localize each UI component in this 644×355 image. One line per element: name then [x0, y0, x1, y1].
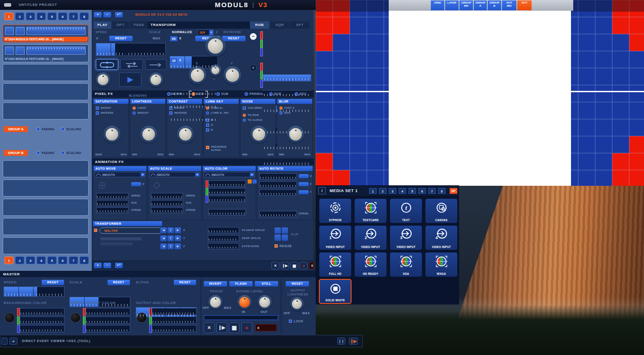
sound-out-knob[interactable]	[259, 297, 270, 308]
transformer-enable-checkbox[interactable]	[94, 229, 97, 232]
fx-option-checkbox-box[interactable]	[279, 111, 283, 115]
layer-tab-2[interactable]: 2	[15, 13, 24, 20]
add-event-button[interactable]: +	[9, 338, 17, 345]
layer-tab-5[interactable]: 5	[47, 13, 56, 20]
fx-option-checkbox-luma-k--inv[interactable]	[206, 111, 209, 115]
speed-slider[interactable]	[96, 43, 166, 56]
anim-color-chip-orange[interactable]	[248, 180, 252, 184]
step-center-button-x[interactable]: ❙	[167, 227, 174, 233]
group-b-fading-checkbox[interactable]	[37, 151, 40, 154]
layer-tab-7[interactable]: 7	[69, 13, 78, 20]
tab-sqr[interactable]: SQR	[270, 21, 289, 29]
layer-add-button[interactable]: +	[94, 263, 102, 268]
anim-color-chip-blue[interactable]	[253, 180, 257, 184]
transformer-preset-dropdown[interactable]: WALTER	[99, 227, 162, 234]
scale-slider[interactable]	[170, 56, 218, 68]
rotate-slider-z[interactable]	[259, 181, 297, 188]
media-tile-syphon[interactable]: SYPHON	[319, 198, 352, 223]
invert-button[interactable]: INVERT	[204, 281, 227, 287]
fx-option-checkbox-to-rgb[interactable]	[243, 114, 246, 117]
rotate-axis-button-y[interactable]	[299, 190, 309, 194]
blend-mode-premul-radio[interactable]	[245, 92, 248, 96]
preview-button-group-a[interactable]: GROUPA	[474, 0, 487, 10]
layer-record-button[interactable]: ●	[300, 262, 308, 269]
group-a-chip[interactable]: GROUP A	[4, 126, 28, 132]
master-grid-button[interactable]: ▦	[229, 322, 240, 333]
rotate-slider-strob[interactable]	[259, 211, 297, 217]
rotate-axis-button-z[interactable]	[299, 182, 309, 186]
x-position-knob[interactable]	[191, 68, 204, 82]
media-set-tab-7[interactable]: 7	[428, 188, 436, 194]
output-lightness-reset-button[interactable]: RESET	[286, 281, 309, 287]
layer-tab-8[interactable]: 8	[80, 13, 89, 20]
layer-grid-button[interactable]: ▦	[290, 262, 298, 269]
layer-tab-2[interactable]: 2	[15, 257, 24, 264]
media-set-tab-3[interactable]: 3	[389, 188, 396, 194]
master-scale-reset-button[interactable]: RESET	[107, 280, 130, 285]
anim-slider-speed[interactable]	[96, 193, 129, 199]
still-button[interactable]: STILL	[255, 281, 278, 287]
rotate-slider-x[interactable]	[259, 173, 297, 180]
media-set-tab-6[interactable]: 6	[418, 188, 426, 194]
layer-tab-1[interactable]: 1	[4, 257, 13, 264]
fx-knob-contrast[interactable]	[179, 128, 192, 141]
layer-add-special-button[interactable]: +⁺	[115, 263, 123, 268]
tab-play[interactable]: PLAY	[94, 21, 111, 29]
fx-knob-saturation[interactable]	[106, 128, 118, 141]
color-channel-slider[interactable]	[20, 325, 64, 332]
anim-curve-dropdown[interactable]: SMOOTH▾	[204, 172, 255, 177]
media-tile-canvas[interactable]: CANVAS	[425, 198, 458, 223]
layer-tab-6[interactable]: 6	[58, 257, 67, 264]
blend-mode-sub-radio[interactable]	[216, 92, 220, 96]
fx-option-checkbox-inverse[interactable]	[169, 111, 172, 115]
flip-cell-button[interactable]	[275, 235, 281, 241]
media-tile-hd-ready[interactable]: HD READY	[354, 252, 387, 277]
layer-tab-8[interactable]: 8	[80, 257, 89, 264]
media-tile-testcard[interactable]: TESTCARD	[354, 198, 387, 223]
layer-slot-empty[interactable]	[3, 83, 89, 100]
layer-slot-empty[interactable]	[3, 218, 89, 235]
layer-slot-empty[interactable]	[3, 103, 89, 120]
move-axis-toggle[interactable]	[131, 182, 141, 186]
color-channel-slider[interactable]	[152, 325, 197, 332]
group-a-scaling-checkbox[interactable]	[61, 128, 64, 131]
anim-curve-dropdown[interactable]: SMOOTH▾	[94, 172, 146, 177]
color-channel-slider[interactable]	[86, 325, 130, 332]
event-play-button[interactable]: ❙▶	[349, 338, 358, 345]
preview-button-out-mix[interactable]: OUTMIX	[502, 0, 516, 10]
layer-slot[interactable]: N°1032 MODUL8-TESTCARD-16... [IMAGE]	[3, 44, 89, 62]
collapse-button[interactable]	[1, 338, 8, 345]
layer-tab-5[interactable]: 5	[47, 257, 56, 264]
anim-curve-dropdown[interactable]: SMOOTH▾	[149, 172, 200, 177]
transformer-slider-deep-space[interactable]	[208, 235, 239, 241]
layer-tab-3[interactable]: 3	[26, 13, 35, 20]
layer-slot[interactable]: N°1024 MODUL8-TESTCARD-10... [IMAGE]	[3, 25, 89, 43]
layer-clear-button[interactable]: ×	[271, 262, 279, 269]
master-record-button[interactable]: ●	[241, 322, 252, 333]
anim-slider-sus[interactable]	[96, 200, 129, 206]
group-a-fading-checkbox[interactable]	[37, 128, 40, 131]
preview-button-group-inv[interactable]: GROUPINV	[459, 0, 473, 10]
fx-knob-blur[interactable]	[289, 128, 302, 141]
color-swatch-circle[interactable]	[4, 312, 15, 323]
anim-color-slider[interactable]	[208, 188, 246, 194]
layer-slot-empty[interactable]	[3, 160, 89, 177]
media-set-tab-8[interactable]: 8	[438, 188, 446, 194]
media-info-button[interactable]: i	[318, 187, 326, 194]
add-special-button[interactable]: +⁺	[115, 12, 123, 17]
rgb-slider[interactable]	[263, 74, 311, 81]
master-speed-reset-button[interactable]: RESET	[42, 280, 64, 285]
color-channel-slider[interactable]	[86, 317, 130, 324]
fx-option-checkbox-to-alpha[interactable]	[243, 119, 246, 122]
step-back-button-z[interactable]: ◀	[160, 244, 167, 249]
resize-checkbox[interactable]	[275, 244, 278, 248]
flash-button[interactable]: FLASH	[229, 281, 253, 287]
fx-option-checkbox-colored[interactable]	[243, 107, 246, 110]
rotate-axis-button-x[interactable]	[299, 174, 309, 178]
layer-tab-4[interactable]: 4	[37, 13, 46, 20]
fx-option-checkbox-bright[interactable]	[133, 111, 136, 115]
media-tile-video-input-4[interactable]: 4VIDEO INPUT	[425, 225, 458, 250]
step-center-button-y[interactable]: ❙	[167, 235, 174, 241]
media-tile-xga[interactable]: XGA	[390, 252, 422, 277]
add-button[interactable]: +	[94, 12, 102, 17]
